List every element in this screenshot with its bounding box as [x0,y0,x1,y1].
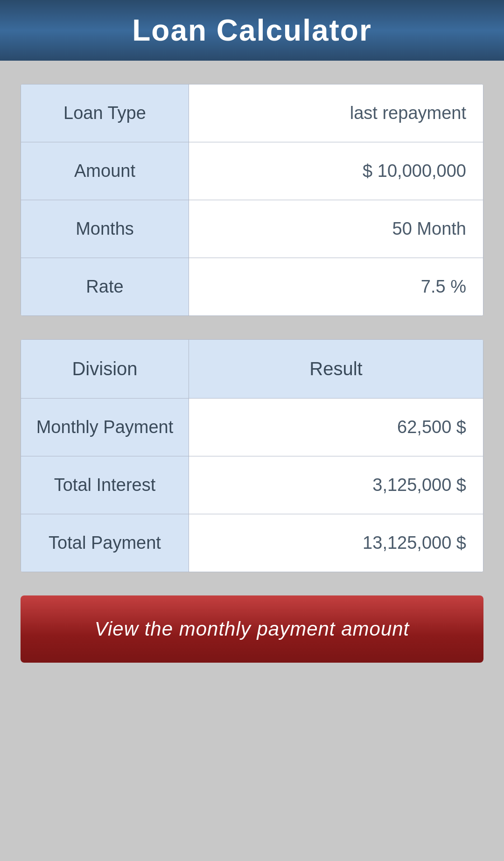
table-row: Rate 7.5 % [21,258,483,315]
table-row: Total Payment 13,125,000 $ [21,514,483,572]
main-content: Loan Type last repayment Amount $ 10,000… [0,61,504,700]
app-title: Loan Calculator [132,14,372,47]
months-label: Months [21,200,189,258]
results-header-row: Division Result [21,340,483,399]
amount-label: Amount [21,142,189,200]
table-row: Months 50 Month [21,200,483,258]
table-row: Monthly Payment 62,500 $ [21,399,483,456]
table-row: Amount $ 10,000,000 [21,142,483,200]
view-monthly-payment-button[interactable]: View the monthly payment amount [21,595,483,663]
total-payment-value: 13,125,000 $ [189,514,483,572]
input-table: Loan Type last repayment Amount $ 10,000… [21,84,483,316]
division-header: Division [21,340,189,398]
loan-type-label: Loan Type [21,84,189,142]
table-row: Loan Type last repayment [21,84,483,142]
amount-value[interactable]: $ 10,000,000 [189,142,483,200]
table-row: Total Interest 3,125,000 $ [21,456,483,514]
monthly-payment-value: 62,500 $ [189,399,483,456]
total-interest-label: Total Interest [21,456,189,514]
results-table: Division Result Monthly Payment 62,500 $… [21,339,483,572]
loan-type-value[interactable]: last repayment [189,84,483,142]
rate-value[interactable]: 7.5 % [189,258,483,315]
monthly-payment-label: Monthly Payment [21,399,189,456]
months-value[interactable]: 50 Month [189,200,483,258]
total-interest-value: 3,125,000 $ [189,456,483,514]
total-payment-label: Total Payment [21,514,189,572]
view-button-label: View the monthly payment amount [95,618,410,640]
rate-label: Rate [21,258,189,315]
app-header: Loan Calculator [0,0,504,61]
result-header: Result [189,340,483,398]
